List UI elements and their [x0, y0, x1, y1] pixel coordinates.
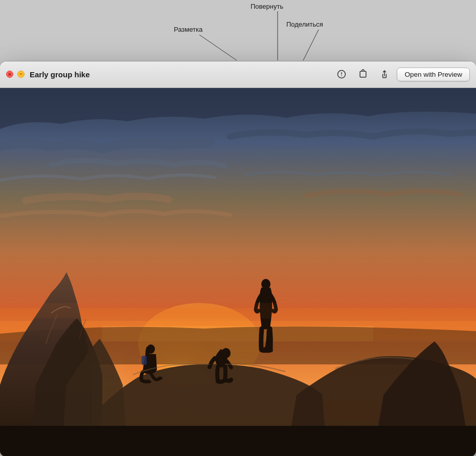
- photo-scene: [0, 88, 476, 457]
- minimize-button[interactable]: [17, 71, 25, 78]
- svg-point-23: [265, 349, 273, 353]
- photo-area: [0, 88, 476, 457]
- svg-point-16: [145, 380, 151, 383]
- svg-point-17: [157, 377, 163, 380]
- svg-rect-13: [0, 426, 476, 457]
- svg-point-20: [225, 379, 233, 383]
- quick-look-window: Early group hike: [0, 61, 476, 457]
- tooltip-razmetka: Разметка: [174, 26, 202, 33]
- svg-line-0: [199, 35, 237, 60]
- traffic-lights: [6, 71, 25, 78]
- tooltip-area: Разметка Повернуть Поделиться: [0, 0, 476, 61]
- app-container: Разметка Повернуть Поделиться Early grou…: [0, 0, 476, 456]
- svg-rect-15: [142, 356, 147, 365]
- share-button[interactable]: [376, 66, 393, 82]
- svg-line-2: [303, 30, 319, 60]
- markup-button[interactable]: [333, 66, 350, 82]
- rotate-button[interactable]: [355, 66, 371, 82]
- open-with-preview-button[interactable]: Open with Preview: [397, 68, 470, 81]
- window-title: Early group hike: [30, 70, 333, 79]
- svg-point-19: [216, 380, 224, 384]
- rotate-icon: [358, 69, 368, 79]
- share-icon: [379, 69, 390, 79]
- tooltip-povernut: Повернуть: [251, 3, 283, 10]
- titlebar: Early group hike: [0, 61, 476, 88]
- titlebar-actions: [333, 66, 393, 82]
- close-button[interactable]: [6, 71, 13, 78]
- svg-rect-6: [360, 71, 367, 77]
- markup-icon: [336, 69, 347, 79]
- tooltip-podelit: Поделиться: [286, 20, 323, 28]
- svg-rect-24: [0, 303, 476, 318]
